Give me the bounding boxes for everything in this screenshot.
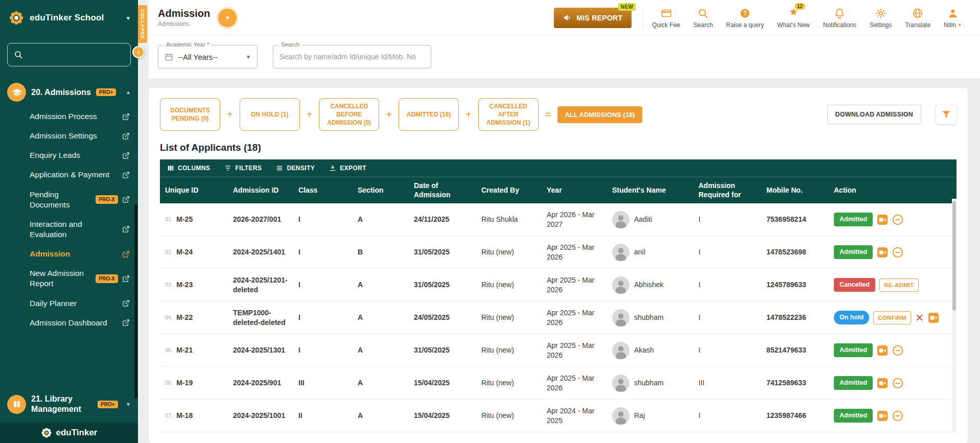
table-row: 06.M-192024-2025/901IIIA15/04/2025Ritu (… xyxy=(160,367,956,400)
sidebar-items: Admission ProcessAdmission SettingsEnqui… xyxy=(0,106,138,337)
applicants-table: COLUMNSFILTERSDENSITYEXPORT Unique IDAdm… xyxy=(160,159,956,433)
cancel-icon[interactable] xyxy=(915,313,924,322)
status-chip-on-hold-1[interactable]: ON HOLD (1) xyxy=(240,98,300,131)
chevron-down-icon[interactable]: ▾ xyxy=(126,14,130,22)
student-name-value: Akash xyxy=(634,345,654,355)
external-link-icon xyxy=(122,152,130,159)
nav-item-nitin[interactable]: Nitin▼ xyxy=(937,7,969,29)
toolbar-density[interactable]: DENSITY xyxy=(276,165,315,172)
sidebar-item-admission[interactable]: Admission xyxy=(0,244,138,264)
collapse-button[interactable]: ‹ xyxy=(132,46,145,58)
cell-class xyxy=(293,432,353,433)
status-chip-cancelled-after-admission-1[interactable]: CANCELLED AFTER ADMISSION (1) xyxy=(478,98,539,131)
cell-mobile-no: 7536958214 xyxy=(761,203,829,236)
video-call-icon[interactable] xyxy=(877,345,888,356)
sidebar-item-pending-documents[interactable]: Pending DocumentsPRO-X xyxy=(0,185,138,215)
sidebar-item-admission-process[interactable]: Admission Process xyxy=(0,107,138,126)
collapse-strip[interactable]: COLLAPSE xyxy=(138,5,147,43)
video-call-icon[interactable] xyxy=(877,247,888,258)
remove-icon[interactable] xyxy=(892,247,903,258)
cell-admission-id: TEMP1000-deleted-deleted xyxy=(228,301,293,334)
remove-icon[interactable] xyxy=(892,214,903,225)
edutinker-logo-icon xyxy=(41,427,52,438)
sidebar: eduTinker School ▾ 20. Admissions PRO+ ▲… xyxy=(0,0,138,443)
status-chip-admitted-16[interactable]: ADMITTED (16) xyxy=(399,98,459,131)
toolbar-columns[interactable]: COLUMNS xyxy=(167,165,210,172)
re-admit-button[interactable]: RE-ADMIT xyxy=(879,278,919,292)
table-row: 02.M-242024-2025/1401IB31/05/2025Ritu (n… xyxy=(160,236,956,269)
remove-icon[interactable] xyxy=(892,410,903,422)
video-call-icon[interactable] xyxy=(877,214,888,225)
external-link-icon xyxy=(122,319,130,327)
cell-created-by: Ritu (new) xyxy=(476,400,542,432)
all-admissions-chip[interactable]: ALL ADMISSIONS (18) xyxy=(557,106,642,123)
student-name-value: Aaditi xyxy=(634,215,652,224)
table-row: 04.M-22TEMP1000-deleted-deletedIA24/05/2… xyxy=(160,301,956,334)
nav-item-search[interactable]: Search xyxy=(687,7,719,29)
cell-created-by xyxy=(476,432,542,433)
sidebar-item-label: Enquiry Leads xyxy=(30,150,118,160)
sidebar-item-label: Admission Settings xyxy=(30,131,118,141)
section-label: 20. Admissions xyxy=(31,88,91,97)
sidebar-item-admission-dashboard[interactable]: Admission Dashboard xyxy=(0,313,138,333)
status-chip-documents-pending-0[interactable]: DOCUMENTS PENDING (0) xyxy=(160,98,220,131)
sidebar-item-new-admission-report[interactable]: New Admission ReportPRO-X xyxy=(0,264,138,293)
download-admission-button[interactable]: DOWNLOAD ADMISSION xyxy=(827,105,921,124)
filter-funnel-button[interactable] xyxy=(936,105,956,124)
cell-mobile-no: 1235987466 xyxy=(761,400,829,432)
cell-admission-id: 2026-2027/001 xyxy=(228,203,293,236)
nav-item-settings[interactable]: Settings xyxy=(863,7,898,29)
cell-admission-id: 2024-2025/1001 xyxy=(228,400,293,432)
nav-item-quick-fee[interactable]: Quick Fee xyxy=(645,7,687,29)
academic-year-select[interactable]: Academic Year * --All Years-- ▼ xyxy=(158,45,258,68)
sidebar-search[interactable] xyxy=(7,43,131,66)
sidebar-item-label: Pending Documents xyxy=(30,190,91,210)
module-switch-button[interactable]: ▾ xyxy=(218,9,237,27)
cell-year: Apr 2024 - Mar 2025 xyxy=(542,432,607,433)
remove-icon[interactable] xyxy=(892,345,903,356)
edutinker-logo-icon xyxy=(8,10,25,26)
nav-label: Settings xyxy=(870,21,892,29)
megaphone-icon xyxy=(563,13,572,22)
column-header-action: Action xyxy=(829,177,956,203)
cell-student-name: Aaditi xyxy=(607,203,693,236)
confirm-button[interactable]: CONFIRM xyxy=(873,311,911,324)
sidebar-item-admission-settings[interactable]: Admission Settings xyxy=(0,126,138,146)
graduation-cap-icon xyxy=(7,83,26,102)
row-number: 07. xyxy=(165,412,173,419)
cell-class: I xyxy=(293,269,353,301)
status-chip-cancelled-before-admission-0[interactable]: CANCELLED BEFORE ADMISSION (0) xyxy=(319,98,379,131)
sidebar-item-daily-planner[interactable]: Daily Planner xyxy=(0,294,138,313)
cell-class: I xyxy=(293,301,353,334)
nav-item-raise-a-query[interactable]: ?Raise a query xyxy=(719,7,771,29)
chevron-up-icon[interactable]: ▲ xyxy=(126,89,131,95)
toolbar-filters[interactable]: FILTERS xyxy=(224,165,262,172)
cell-date-of-admission: 31/05/2025 xyxy=(409,236,476,268)
nav-item-translate[interactable]: Translate xyxy=(898,7,937,29)
video-call-icon[interactable] xyxy=(877,410,888,422)
toolbar-export[interactable]: EXPORT xyxy=(329,165,366,172)
sidebar-scrollbar[interactable] xyxy=(134,204,137,399)
unique-id-value: M-21 xyxy=(176,345,193,355)
nav-item-notifications[interactable]: Notifications xyxy=(816,7,863,29)
list-title: List of Applicants (18) xyxy=(160,142,956,153)
video-call-icon[interactable] xyxy=(877,378,888,389)
search-input[interactable] xyxy=(279,53,425,61)
mis-report-button[interactable]: MIS REPORT NEW xyxy=(554,8,632,28)
avatar xyxy=(612,276,629,294)
cell-unique-id: 08. xyxy=(160,432,228,433)
sidebar-section-library[interactable]: 21. Library Management PRO+ ▼ xyxy=(0,390,138,418)
table-scrollbar[interactable] xyxy=(952,199,956,433)
scrollbar-thumb[interactable] xyxy=(952,201,956,311)
sidebar-item-interaction-and-evaluation[interactable]: Interaction and Evaluation xyxy=(0,215,138,244)
chevron-down-icon[interactable]: ▼ xyxy=(126,402,131,407)
sidebar-item-enquiry-leads[interactable]: Enquiry Leads xyxy=(0,146,138,165)
remove-icon[interactable] xyxy=(892,378,903,389)
cell-mobile-no: 1245789633 xyxy=(761,269,829,301)
sidebar-section-admissions[interactable]: 20. Admissions PRO+ ▲ xyxy=(0,79,138,106)
table-row: 07.M-182024-2025/1001IIA15/04/2025Ritu (… xyxy=(160,400,956,432)
sidebar-item-application-payment[interactable]: Application & Payment xyxy=(0,165,138,184)
sidebar-search-input[interactable] xyxy=(27,51,124,59)
video-call-icon[interactable] xyxy=(928,312,939,323)
nav-item-what-s-new[interactable]: 12What's New xyxy=(771,7,816,29)
